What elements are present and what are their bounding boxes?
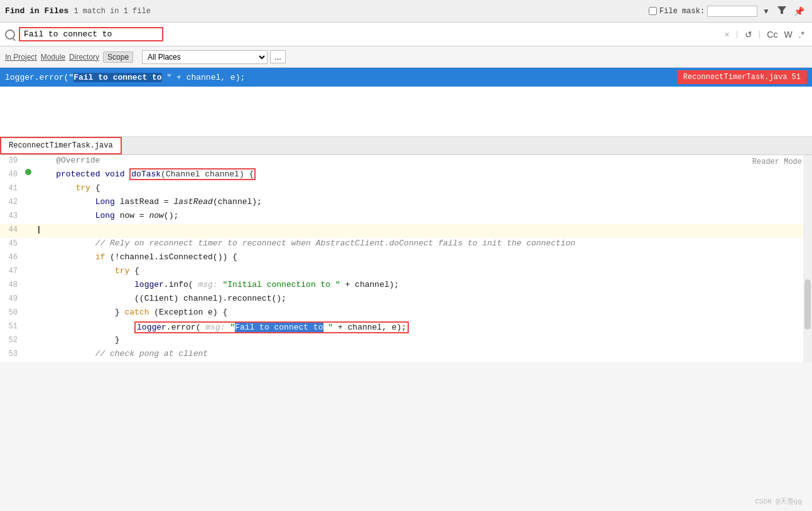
line-num-41: 41 xyxy=(0,183,23,193)
search-bar: × | ↺ | Cc W .* xyxy=(0,23,812,46)
code-line-40: 40 protected void doTask(Channel channel… xyxy=(0,169,812,183)
line-num-48: 48 xyxy=(0,279,23,289)
line-num-51: 51 xyxy=(0,321,23,331)
file-mask-input[interactable] xyxy=(707,6,757,17)
line-code-41: try { xyxy=(34,183,812,193)
code-line-51: 51 logger.error( msg: "Fail to connect t… xyxy=(0,321,812,335)
line-code-53: // check pong at client xyxy=(34,348,812,359)
scope-button[interactable]: Scope xyxy=(103,51,133,63)
line-num-52: 52 xyxy=(0,335,23,345)
scope-dropdown[interactable]: All Places xyxy=(142,50,268,64)
line-num-46: 46 xyxy=(0,252,23,262)
code-line-45: 45 // Rely on reconnect timer to reconne… xyxy=(0,238,812,252)
code-area[interactable]: Reader Mode 39 @Override 40 protected vo… xyxy=(0,155,812,362)
file-mask-wrap: File mask: xyxy=(649,7,705,16)
file-tab[interactable]: ReconnectTimerTask.java xyxy=(0,137,122,154)
toolbar-title: Find in Files xyxy=(5,6,68,16)
result-line-post: " + channel, e); xyxy=(162,73,246,82)
module-link[interactable]: Module xyxy=(41,53,65,62)
line-code-48: logger.info( msg: "Initial connection to… xyxy=(34,279,812,290)
line-num-50: 50 xyxy=(0,307,23,317)
line-code-43: Long now = now(); xyxy=(34,210,812,221)
toolbar-icons: File mask: ▼ 📌 xyxy=(649,4,807,18)
line-code-46: if (!channel.isConnected()) { xyxy=(34,252,812,262)
case-sensitive-button[interactable]: Cc xyxy=(764,28,780,41)
line-code-51: logger.error( msg: "Fail to connect to "… xyxy=(34,321,812,334)
result-line-highlight: Fail to connect to xyxy=(73,73,161,82)
line-num-39: 39 xyxy=(0,155,23,165)
pin-button[interactable]: 📌 xyxy=(791,5,807,18)
code-line-48: 48 logger.info( msg: "Initial connection… xyxy=(0,279,812,293)
line-gutter-40 xyxy=(23,169,34,175)
code-line-47: 47 try { xyxy=(0,266,812,279)
code-line-44: 44 xyxy=(0,224,812,238)
reset-search-button[interactable]: ↺ xyxy=(742,28,755,41)
code-line-39: 39 @Override xyxy=(0,155,812,169)
reader-mode-label[interactable]: Reader Mode xyxy=(752,155,802,169)
directory-link[interactable]: Directory xyxy=(69,53,99,62)
code-line-42: 42 Long lastRead = lastRead(channel); xyxy=(0,196,812,210)
code-line-52: 52 } xyxy=(0,335,812,348)
line-num-53: 53 xyxy=(0,348,23,358)
result-line-pre: logger.error(" xyxy=(5,73,73,82)
line-code-42: Long lastRead = lastRead(channel); xyxy=(34,196,812,207)
file-mask-dropdown[interactable]: ▼ xyxy=(760,6,772,17)
search-input[interactable] xyxy=(19,27,163,41)
filter-icon[interactable] xyxy=(775,4,789,18)
empty-results-area xyxy=(0,87,812,137)
scrollbar-thumb[interactable] xyxy=(804,279,811,330)
line-num-43: 43 xyxy=(0,210,23,220)
svg-marker-0 xyxy=(777,6,786,14)
file-mask-label: File mask: xyxy=(659,7,705,16)
scope-dropdown-wrap: All Places ... xyxy=(142,50,286,64)
line-code-47: try { xyxy=(34,266,812,276)
clear-search-button[interactable]: × xyxy=(722,28,732,41)
in-project-link[interactable]: In Project xyxy=(5,53,37,62)
line-code-45: // Rely on reconnect timer to reconnect … xyxy=(34,238,812,249)
results-file-wrap: ReconnectTimerTask.java 51 xyxy=(677,70,807,84)
results-row-text: logger.error("Fail to connect to " + cha… xyxy=(5,73,677,82)
scrollbar-track[interactable] xyxy=(803,155,812,362)
file-tab-bar: ReconnectTimerTask.java xyxy=(0,137,812,155)
code-line-49: 49 ((Client) channel).reconnect(); xyxy=(0,293,812,307)
results-file-badge: ReconnectTimerTask.java 51 xyxy=(677,70,807,84)
line-num-47: 47 xyxy=(0,266,23,276)
code-line-43: 43 Long now = now(); xyxy=(0,210,812,224)
regex-button[interactable]: .* xyxy=(796,28,807,41)
code-line-41: 41 try { xyxy=(0,183,812,196)
line-code-39: @Override xyxy=(34,155,812,166)
line-code-44 xyxy=(34,224,812,235)
line-code-49: ((Client) channel).reconnect(); xyxy=(34,293,812,304)
line-code-40: protected void doTask(Channel channel) { xyxy=(34,169,812,180)
file-tab-label: ReconnectTimerTask.java xyxy=(9,141,113,150)
cursor-44 xyxy=(36,225,41,234)
scope-bar: In Project Module Directory Scope All Pl… xyxy=(0,46,812,68)
line-num-45: 45 xyxy=(0,238,23,248)
code-line-46: 46 if (!channel.isConnected()) { xyxy=(0,252,812,266)
search-action-icons: × | ↺ | Cc W .* xyxy=(722,28,808,41)
line-num-44: 44 xyxy=(0,224,23,234)
whole-word-button[interactable]: W xyxy=(781,28,794,41)
search-icon xyxy=(5,30,15,40)
file-mask-checkbox[interactable] xyxy=(649,7,657,15)
line-num-42: 42 xyxy=(0,196,23,207)
toolbar-subtitle: 1 match in 1 file xyxy=(73,7,649,16)
line-code-52: } xyxy=(34,335,812,345)
line-num-49: 49 xyxy=(0,293,23,303)
line-code-50: } catch (Exception e) { xyxy=(34,307,812,318)
results-row[interactable]: logger.error("Fail to connect to " + cha… xyxy=(0,68,812,87)
scope-dots-button[interactable]: ... xyxy=(270,50,286,63)
code-line-50: 50 } catch (Exception e) { xyxy=(0,307,812,321)
line-num-40: 40 xyxy=(0,169,23,179)
toolbar: Find in Files 1 match in 1 file File mas… xyxy=(0,0,812,23)
breakpoint-dot-40 xyxy=(25,169,31,175)
code-line-53: 53 // check pong at client xyxy=(0,348,812,362)
